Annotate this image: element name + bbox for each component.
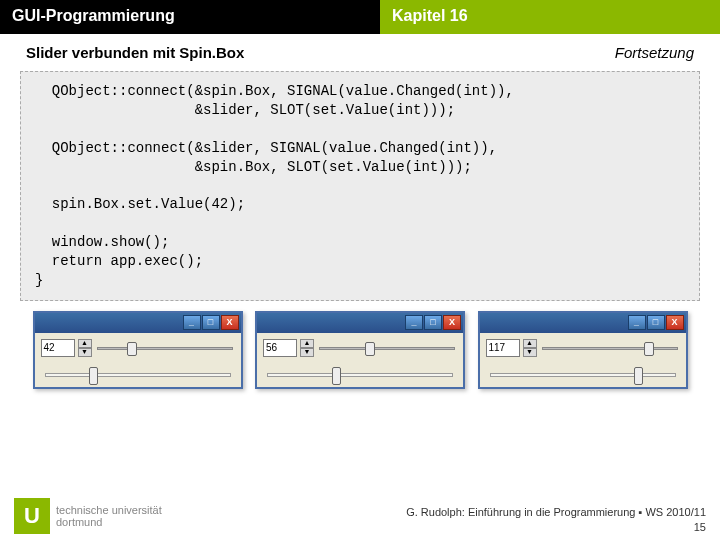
horizontal-slider[interactable] [95, 339, 235, 357]
bottom-slider[interactable] [480, 363, 686, 387]
spin-buttons: ▲ ▼ [300, 339, 314, 357]
spinbox-input[interactable]: 56 [263, 339, 297, 357]
maximize-button[interactable]: □ [424, 315, 442, 330]
spinbox-input[interactable]: 42 [41, 339, 75, 357]
close-button[interactable]: X [666, 315, 684, 330]
slider-track [319, 347, 455, 350]
code-block: QObject::connect(&spin.Box, SIGNAL(value… [20, 71, 700, 301]
slider-track [267, 373, 453, 377]
close-button[interactable]: X [443, 315, 461, 330]
spin-buttons: ▲ ▼ [523, 339, 537, 357]
titlebar: _ □ X [480, 313, 686, 333]
slider-thumb[interactable] [644, 342, 654, 356]
slider-track [542, 347, 678, 350]
widget-body: 56 ▲ ▼ [257, 333, 463, 363]
spin-down-button[interactable]: ▼ [300, 348, 314, 357]
spinbox-input[interactable]: 117 [486, 339, 520, 357]
slider-thumb[interactable] [127, 342, 137, 356]
slide-title: Slider verbunden mit Spin.Box [26, 44, 244, 61]
demo-window-1: _ □ X 42 ▲ ▼ [33, 311, 243, 389]
university-logo: U technische universität dortmund [14, 498, 162, 534]
horizontal-slider[interactable] [317, 339, 457, 357]
header-bar: GUI-Programmierung Kapitel 16 [0, 0, 720, 34]
university-name-line2: dortmund [56, 516, 162, 528]
footer: U technische universität dortmund G. Rud… [0, 498, 720, 534]
horizontal-slider[interactable] [540, 339, 680, 357]
subheader: Slider verbunden mit Spin.Box Fortsetzun… [0, 34, 720, 67]
titlebar: _ □ X [257, 313, 463, 333]
slider-thumb[interactable] [89, 367, 98, 385]
minimize-button[interactable]: _ [628, 315, 646, 330]
credit-text: G. Rudolph: Einführung in die Programmie… [406, 505, 706, 519]
university-name-line1: technische universität [56, 504, 162, 516]
maximize-button[interactable]: □ [202, 315, 220, 330]
widget-body: 117 ▲ ▼ [480, 333, 686, 363]
slide-continuation: Fortsetzung [615, 44, 694, 61]
logo-icon: U [14, 498, 50, 534]
spin-up-button[interactable]: ▲ [78, 339, 92, 348]
close-button[interactable]: X [221, 315, 239, 330]
footer-credit: G. Rudolph: Einführung in die Programmie… [406, 505, 706, 534]
bottom-slider[interactable] [257, 363, 463, 387]
widget-row: _ □ X 42 ▲ ▼ _ □ X [0, 311, 720, 389]
slider-thumb[interactable] [365, 342, 375, 356]
minimize-button[interactable]: _ [405, 315, 423, 330]
header-title-right: Kapitel 16 [380, 0, 720, 34]
spin-up-button[interactable]: ▲ [300, 339, 314, 348]
slider-thumb[interactable] [332, 367, 341, 385]
header-title-left: GUI-Programmierung [0, 0, 380, 34]
spin-down-button[interactable]: ▼ [78, 348, 92, 357]
titlebar: _ □ X [35, 313, 241, 333]
spin-up-button[interactable]: ▲ [523, 339, 537, 348]
spin-down-button[interactable]: ▼ [523, 348, 537, 357]
maximize-button[interactable]: □ [647, 315, 665, 330]
slider-track [45, 373, 231, 377]
widget-body: 42 ▲ ▼ [35, 333, 241, 363]
slider-track [490, 373, 676, 377]
slider-thumb[interactable] [634, 367, 643, 385]
minimize-button[interactable]: _ [183, 315, 201, 330]
demo-window-2: _ □ X 56 ▲ ▼ [255, 311, 465, 389]
demo-window-3: _ □ X 117 ▲ ▼ [478, 311, 688, 389]
bottom-slider[interactable] [35, 363, 241, 387]
spin-buttons: ▲ ▼ [78, 339, 92, 357]
slider-track [97, 347, 233, 350]
page-number: 15 [406, 520, 706, 534]
